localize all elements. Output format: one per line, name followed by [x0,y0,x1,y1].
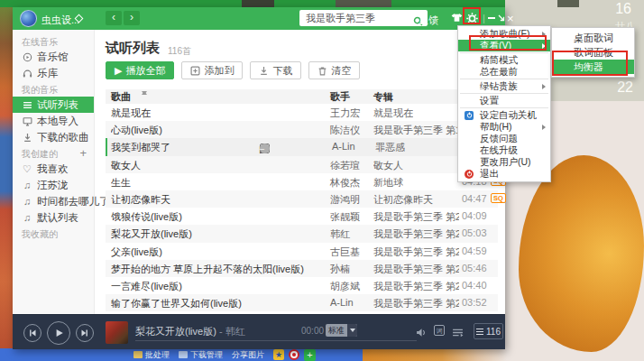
skin-icon[interactable] [451,13,463,25]
sidebar-item-本地导入[interactable]: 本地导入 [13,113,94,129]
artist-cell: 王力宏 [330,106,360,120]
song-row[interactable]: 父亲(live版)古巨基我是歌手第三季 第2期04:59 [106,243,498,260]
sidebar-item-默认列表[interactable]: ♫默认列表 [13,209,94,226]
player-bar: 梨花又开放(live版) - 韩红 00:00 标准 词 116 [13,314,505,349]
menu-item-反馈问题[interactable]: 反馈问题 [458,133,550,144]
progress-bar[interactable] [135,340,417,341]
song-row[interactable]: 生生林俊杰新地球04:18SQ [106,173,498,190]
song-count: 116首 [168,45,191,58]
titlebar: 虫虫设... ‹ › 反馈 | × [13,7,505,30]
menu-item-总在最前[interactable]: 总在最前 [458,66,550,78]
menu-item-帮助(H)[interactable]: 帮助(H) [458,121,550,133]
song-row[interactable]: 梨花又开放(live版)韩红我是歌手第三季 第2期05:03 [106,225,498,242]
menu-item-label: 退出 [480,168,499,179]
menu-item-设定自动关机[interactable]: 设定自动关机 [458,109,550,121]
quality-label: 标准 [326,325,347,337]
search-input[interactable] [299,10,408,26]
song-row[interactable]: 心动(live版)陈洁仪我是歌手第三季 第1期 [106,121,498,138]
sidebar-item-时间都去哪儿了[interactable]: ♫时间都去哪儿了 [13,193,94,209]
song-row[interactable]: 我笑到都哭了A-Lin罪恶感▶+– [106,138,498,155]
submenu-item-桌面歌词[interactable]: 桌面歌词 [552,31,634,45]
song-row[interactable]: 输了你赢了世界又如何(live版)A-Lin我是歌手第三季 第2期03:52 [106,294,498,311]
menu-item-绿钻贵族[interactable]: 绿钻贵族 [458,80,550,92]
menu-item-设置[interactable]: 设置 [458,95,550,106]
playlist-button[interactable]: 116 [474,323,503,339]
song-row[interactable]: 饿狼传说(live版)张靓颖我是歌手第三季 第2期04:09 [106,208,498,225]
mini-mode-icon[interactable] [497,14,506,24]
artist-cell: 陈洁仪 [330,124,360,137]
lyrics-icon[interactable]: 词 [434,325,445,336]
song-row[interactable]: 敬女人徐若瑄敬女人 [106,156,498,173]
play-mode-icon[interactable] [452,325,464,341]
artist-cell: 胡彦斌 [330,280,360,293]
column-artist[interactable]: 歌手 [330,90,350,104]
heart-icon: ♡ [22,161,32,177]
minimize-button[interactable] [488,17,495,19]
titlebar-separator: | [483,13,485,23]
feedback-link[interactable]: 反馈 [419,14,438,27]
download-button[interactable]: 下载 [250,61,301,79]
taskbar-item-batch[interactable]: 批处理 [133,349,170,361]
album-art-thumbnail[interactable] [106,321,128,344]
duration-cell: 05:03 [462,227,487,238]
back-button[interactable]: ‹ [106,11,122,25]
add-to-button[interactable]: 添加到 [181,61,243,79]
album-cell: 让初恋像昨天 [373,193,433,207]
menu-item-label: 反馈问题 [480,133,518,143]
sidebar-item-试听列表[interactable]: 试听列表 [13,97,94,113]
background-thumbnail [336,0,391,7]
search-box [299,10,428,26]
note-icon: ♫ [22,177,32,193]
forward-button[interactable]: › [124,11,140,25]
album-cell: 我是歌手第三季 第2期 [373,245,459,259]
menu-item-退出[interactable]: 退出 [458,168,550,180]
play-all-button[interactable]: ▶ 播放全部 [106,61,174,79]
music-hall-icon [22,52,32,62]
taskbar-item-share-image[interactable]: 分享图片 [232,349,264,361]
avatar[interactable] [20,10,37,27]
wallpaper-amber-photo [519,155,644,352]
close-button[interactable]: × [507,12,514,25]
sidebar-item-乐库[interactable]: 乐库 [13,65,94,81]
song-row[interactable]: 就是现在王力宏就是现在 [106,104,498,121]
sidebar-item-下载的歌曲[interactable]: 下载的歌曲 [13,129,94,145]
previous-track-button[interactable] [23,324,41,342]
column-song[interactable]: 歌曲 [111,90,131,104]
lightning-tray-icon[interactable]: ★ [273,349,284,360]
username[interactable]: 虫虫设... [41,14,79,27]
menu-item-精简模式[interactable]: 精简模式 [458,54,550,66]
sidebar-item-我喜欢[interactable]: ♡我喜欢 [13,161,94,177]
song-row[interactable]: 一言难尽(live版)胡彦斌我是歌手第三季 第2期04:40 [106,277,498,294]
plus-tray-icon[interactable]: + [304,349,316,361]
taskbar-item-download-manager[interactable]: 下载管理 [179,349,223,361]
power-red-icon [465,170,474,179]
quality-dropdown[interactable]: 标准 [326,324,357,337]
album-cell: 我是歌手第三季 第2期 [373,210,459,224]
menu-item-在线升级[interactable]: 在线升级 [458,144,550,156]
clear-button[interactable]: 清空 [308,61,360,79]
track-artist: 韩红 [225,326,245,337]
weibo-eye-tray-icon[interactable] [289,349,299,360]
menu-separator [460,93,548,94]
sidebar-item-音乐馆[interactable]: 音乐馆 [13,49,94,65]
menu-separator [460,107,548,108]
album-cell: 敬女人 [373,159,403,172]
add-playlist-button[interactable]: + [79,147,87,160]
song-row[interactable]: 让初恋像昨天游鸿明让初恋像昨天04:47SQ [106,190,498,208]
song-row[interactable]: 梦开始的地方 草原上升起不落的太阳(live版)孙楠我是歌手第三季 第2期05:… [106,260,498,277]
taskbar-item-label: 批处理 [145,349,170,361]
sidebar-item-汪苏泷[interactable]: ♫汪苏泷 [13,177,94,193]
album-cell: 我是歌手第三季 第2期 [373,227,459,241]
track-dash: - [219,326,223,337]
playlist-icon [476,327,483,337]
chevron-down-icon [347,324,357,337]
next-track-button[interactable] [76,324,94,342]
play-button[interactable] [47,321,70,345]
column-album[interactable]: 专辑 [373,90,393,104]
artist-cell: 韩红 [330,227,350,241]
album-cell: 新地球 [373,176,403,190]
volume-icon[interactable] [416,325,427,341]
menu-item-更改用户(U)[interactable]: 更改用户(U) [458,156,550,168]
play-all-label: 播放全部 [125,64,165,78]
menu-item-label: 绿钻贵族 [480,80,518,91]
